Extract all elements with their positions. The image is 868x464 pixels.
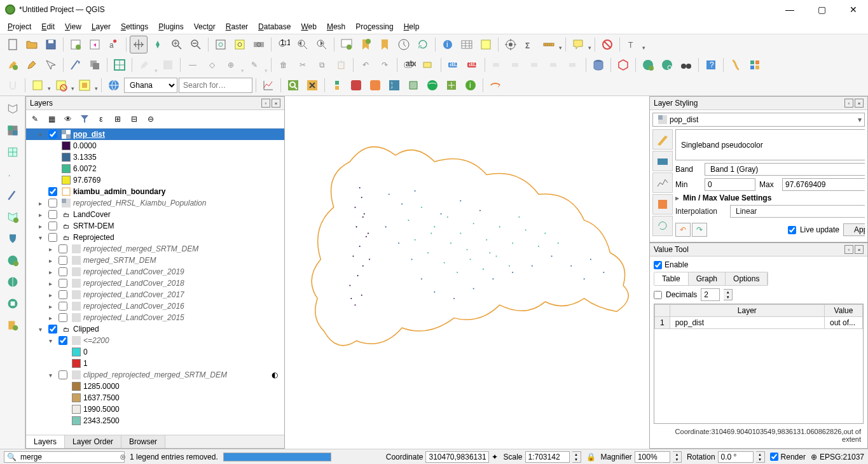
nominatim-region-select[interactable]: Ghana	[124, 78, 177, 93]
plugin-map-icon[interactable]	[385, 76, 403, 94]
binoculars-icon[interactable]	[677, 56, 695, 74]
add-postgis-icon[interactable]	[3, 228, 23, 249]
zoom-in-icon[interactable]	[168, 36, 186, 53]
layer-srtm[interactable]: ▸🗀SRTM-DEM	[26, 220, 284, 232]
menu-database[interactable]: Database	[253, 20, 296, 33]
plugin-shape-icon[interactable]	[404, 76, 422, 94]
zoom-to-selection-icon[interactable]	[231, 36, 249, 53]
layer-item[interactable]: ▸merged_SRTM_DEM	[26, 255, 284, 266]
coord-toggle-icon[interactable]: ✦	[492, 453, 498, 461]
style-tab-histogram[interactable]	[652, 172, 673, 193]
close-button[interactable]: ✕	[844, 3, 863, 16]
layer-visibility-checkbox[interactable]	[48, 130, 57, 139]
zoom-native-icon[interactable]: 1:1	[275, 36, 293, 53]
vt-tab-table[interactable]: Table	[654, 272, 689, 285]
style-undo-button[interactable]: ↶	[675, 223, 691, 237]
add-xyz-icon[interactable]	[3, 272, 23, 292]
select-all-icon[interactable]	[29, 76, 46, 94]
maximize-button[interactable]: ▢	[812, 3, 831, 16]
panel-undock-icon[interactable]: ▫	[844, 99, 853, 108]
label-pin-icon[interactable]: abc	[464, 56, 481, 74]
identify-icon[interactable]: i	[439, 36, 457, 53]
panel-undock-icon[interactable]: ▫	[844, 245, 853, 254]
label-highlight-icon[interactable]: abc	[444, 56, 462, 74]
menu-settings[interactable]: Settings	[116, 20, 153, 33]
apply-button[interactable]: Apply	[843, 223, 865, 236]
table-row[interactable]: 1pop_distout of...	[655, 317, 863, 329]
maptips-icon[interactable]	[569, 36, 587, 53]
nominatim-globe-icon[interactable]	[105, 76, 123, 94]
add-mesh-icon[interactable]	[3, 142, 23, 162]
help-icon[interactable]: ?	[702, 56, 720, 74]
open-project-icon[interactable]	[23, 36, 41, 53]
style-tab-3d[interactable]	[652, 194, 673, 214]
lock-icon[interactable]: 🔒	[586, 453, 596, 461]
current-edits-icon[interactable]	[4, 56, 22, 74]
label-single-icon[interactable]: abc	[401, 56, 418, 74]
add-delimited-icon[interactable]: ,	[3, 164, 23, 184]
save-project-icon[interactable]	[42, 36, 60, 53]
style-manager-icon[interactable]: a●	[105, 36, 123, 53]
plugin-builder-icon[interactable]	[746, 56, 764, 74]
zoom-out-icon[interactable]	[187, 36, 205, 53]
expand-all-icon[interactable]: ⊞	[111, 112, 125, 126]
layer-item[interactable]: ▸reprojected_LandCover_2019	[26, 266, 284, 278]
measure-icon[interactable]	[540, 36, 558, 53]
menu-vector[interactable]: Vector	[189, 20, 221, 33]
magnifier-input[interactable]	[635, 451, 670, 463]
rotation-input[interactable]	[718, 451, 754, 463]
layer-lte2200[interactable]: ▾<=2200	[26, 335, 284, 346]
layer-kiambu[interactable]: kiambu_admin_boundary	[26, 186, 284, 197]
live-update-checkbox[interactable]	[788, 226, 796, 234]
filter-legend-icon[interactable]	[78, 112, 92, 126]
decimals-spinner[interactable]: ▲▼	[724, 289, 733, 300]
style-layer-select[interactable]: pop_dist ▾	[652, 113, 865, 127]
expand-icon[interactable]: ▾	[39, 131, 46, 138]
zoom-to-layer-icon[interactable]	[250, 36, 268, 53]
map-canvas[interactable]	[285, 96, 649, 449]
pan-to-selection-icon[interactable]	[149, 36, 167, 53]
remove-layer-icon[interactable]: ⊖	[144, 112, 158, 126]
style-layers-icon[interactable]: ✎	[28, 112, 42, 126]
text-annotation-icon[interactable]: T	[623, 36, 641, 53]
plot-chart-icon[interactable]	[259, 76, 277, 94]
layer-visibility-checkbox[interactable]	[48, 187, 57, 196]
layer-item[interactable]: ▸reprojected_LandCover_2015	[26, 312, 284, 323]
plugin-globe-icon[interactable]	[424, 76, 441, 94]
no-action-icon[interactable]	[598, 36, 616, 53]
layer-clipped-srtm[interactable]: ▾clipped_reprojected_merged_SRTM_DEM◐	[26, 369, 284, 381]
show-bookmarks-icon[interactable]	[376, 36, 394, 53]
minmax-settings-toggle[interactable]: ▸ Min / Max Value Settings	[675, 193, 865, 202]
panel-close-icon[interactable]: ×	[272, 99, 280, 108]
menu-processing[interactable]: Processing	[350, 20, 398, 33]
style-tab-symbology[interactable]	[652, 129, 673, 150]
vt-enable-checkbox[interactable]	[654, 261, 662, 269]
vt-tab-options[interactable]: Options	[726, 272, 768, 285]
new-bookmark-icon[interactable]	[357, 36, 375, 53]
tab-layers[interactable]: Layers	[26, 435, 65, 448]
python-icon[interactable]	[328, 76, 346, 94]
temporal-controller-icon[interactable]	[395, 36, 413, 53]
scale-spinner[interactable]: ▲▼	[572, 451, 581, 463]
menu-web[interactable]: Web	[296, 20, 321, 33]
style-tab-transparency[interactable]	[652, 151, 673, 171]
rotation-spinner[interactable]: ▲▼	[756, 451, 765, 463]
coordinate-input[interactable]	[425, 451, 489, 463]
panel-undock-icon[interactable]: ▫	[261, 99, 270, 108]
menu-layer[interactable]: Layer	[86, 20, 116, 33]
renderer-select[interactable]: Singleband pseudocolor	[675, 129, 865, 160]
swipe-icon[interactable]	[486, 76, 504, 94]
add-virtual-icon[interactable]	[3, 207, 23, 227]
add-wms-icon[interactable]	[3, 250, 23, 271]
refresh-icon[interactable]	[414, 36, 432, 53]
add-spatialite-icon[interactable]	[3, 185, 23, 206]
group-clipped[interactable]: ▾🗀Clipped	[26, 323, 284, 335]
plugin-pan-icon[interactable]	[443, 76, 460, 94]
magnifier-spinner[interactable]: ▲▼	[673, 451, 682, 463]
layer-visibility-checkbox[interactable]	[48, 199, 57, 207]
plugin-ribbon-icon[interactable]	[727, 56, 745, 74]
zoom-next-icon[interactable]	[313, 36, 331, 53]
style-tab-history[interactable]	[652, 216, 673, 236]
panel-close-icon[interactable]: ×	[855, 99, 864, 108]
vt-tab-graph[interactable]: Graph	[689, 272, 726, 285]
